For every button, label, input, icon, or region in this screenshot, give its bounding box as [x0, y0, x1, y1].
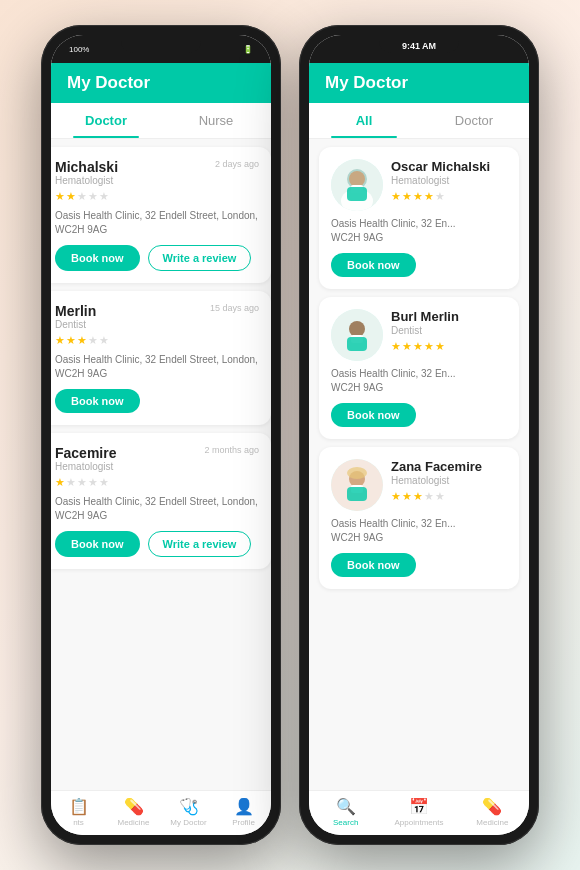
actions-merlin-left: Book now: [55, 389, 259, 413]
right-phone: 9:41 AM My Doctor All Doctor: [299, 25, 539, 845]
star-5: ★: [99, 476, 109, 489]
book-btn-merlin-right[interactable]: Book now: [331, 403, 416, 427]
doctor-name-michalski-left: Michalski: [55, 159, 118, 175]
battery-left: 100%: [69, 45, 89, 54]
nav-medicine-left[interactable]: 💊 Medicine: [106, 797, 161, 827]
tab-doctor-right[interactable]: Doctor: [419, 103, 529, 138]
header-title-right: My Doctor: [325, 73, 408, 93]
star-2: ★: [66, 190, 76, 203]
info-merlin-right: Burl Merlin Dentist ★ ★ ★ ★ ★: [391, 309, 507, 353]
nav-appointments-right[interactable]: 📅 Appointments: [382, 797, 455, 827]
book-btn-facemire-left[interactable]: Book now: [55, 531, 140, 557]
nav-search-right[interactable]: 🔍 Search: [309, 797, 382, 827]
bottom-nav-right: 🔍 Search 📅 Appointments 💊 Medicine: [309, 790, 529, 835]
profile-icon-left: 👤: [234, 797, 254, 816]
medicine-icon-right: 💊: [482, 797, 502, 816]
doctor-specialty-facemire-left: Hematologist: [55, 461, 116, 472]
tabs-right: All Doctor: [309, 103, 529, 139]
avatar-michalski-right: [331, 159, 383, 211]
star-5: ★: [99, 190, 109, 203]
timestamp-facemire-left: 2 months ago: [204, 445, 259, 455]
nav-label-mydoctor-left: My Doctor: [170, 818, 206, 827]
address-facemire-left: Oasis Health Clinic, 32 Endell Street, L…: [55, 495, 259, 523]
header-left: My Doctor: [51, 63, 271, 103]
tab-nurse-left[interactable]: Nurse: [161, 103, 271, 138]
address-facemire-right: Oasis Health Clinic, 32 En...WC2H 9AG: [331, 517, 507, 545]
star-1: ★: [55, 476, 65, 489]
svg-rect-9: [347, 337, 367, 351]
stars-facemire-right: ★ ★ ★ ★ ★: [391, 490, 507, 503]
star-4: ★: [88, 334, 98, 347]
review-btn-facemire-left[interactable]: Write a review: [148, 531, 252, 557]
doctor-card-merlin-left: Merlin Dentist 15 days ago ★ ★ ★ ★ ★ Oas…: [51, 291, 271, 425]
doctor-specialty-michalski-left: Hematologist: [55, 175, 118, 186]
doctor-list-left: Michalski Hematologist 2 days ago ★ ★ ★ …: [51, 139, 271, 790]
book-btn-michalski-left[interactable]: Book now: [55, 245, 140, 271]
doctor-card-facemire-right: Zana Facemire Hematologist ★ ★ ★ ★ ★ Oas…: [319, 447, 519, 589]
svg-point-7: [349, 321, 365, 337]
book-btn-michalski-right[interactable]: Book now: [331, 253, 416, 277]
name-facemire-right: Zana Facemire: [391, 459, 507, 474]
appointments-icon-right: 📅: [409, 797, 429, 816]
medicine-icon-left: 💊: [124, 797, 144, 816]
doctor-card-michalski-left: Michalski Hematologist 2 days ago ★ ★ ★ …: [51, 147, 271, 283]
actions-michalski-left: Book now Write a review: [55, 245, 259, 271]
actions-facemire-right: Book now: [331, 553, 507, 577]
nav-mydoctor-left[interactable]: 🩺 My Doctor: [161, 797, 216, 827]
svg-point-3: [349, 171, 365, 187]
nav-label-search-right: Search: [333, 818, 358, 827]
stars-facemire-left: ★ ★ ★ ★ ★: [55, 476, 259, 489]
doctor-list-right: Oscar Michalski Hematologist ★ ★ ★ ★ ★ O…: [309, 139, 529, 790]
nav-label-medicine-right: Medicine: [476, 818, 508, 827]
star-1: ★: [55, 334, 65, 347]
book-btn-facemire-right[interactable]: Book now: [331, 553, 416, 577]
star-3: ★: [77, 190, 87, 203]
svg-rect-13: [347, 487, 367, 501]
star-2: ★: [66, 476, 76, 489]
stars-michalski-right: ★ ★ ★ ★ ★: [391, 190, 507, 203]
nav-label-medicine-left: Medicine: [117, 818, 149, 827]
star-4: ★: [88, 190, 98, 203]
nav-profile-left[interactable]: 👤 Profile: [216, 797, 271, 827]
left-phone: 100% 🔋 My Doctor Doctor Nurse Michalski …: [41, 25, 281, 845]
nav-label-appointments-left: nts: [73, 818, 84, 827]
svg-point-14: [347, 467, 367, 479]
specialty-michalski-right: Hematologist: [391, 175, 507, 186]
star-3: ★: [77, 334, 87, 347]
appointments-icon-left: 📋: [69, 797, 89, 816]
nav-label-appointments-right: Appointments: [395, 818, 444, 827]
star-4: ★: [88, 476, 98, 489]
stars-michalski-left: ★ ★ ★ ★ ★: [55, 190, 259, 203]
avatar-merlin-right: [331, 309, 383, 361]
specialty-merlin-right: Dentist: [391, 325, 507, 336]
actions-michalski-right: Book now: [331, 253, 507, 277]
tab-all-right[interactable]: All: [309, 103, 419, 138]
name-merlin-right: Burl Merlin: [391, 309, 507, 324]
nav-medicine-right[interactable]: 💊 Medicine: [456, 797, 529, 827]
tab-doctor-left[interactable]: Doctor: [51, 103, 161, 138]
timestamp-michalski-left: 2 days ago: [215, 159, 259, 169]
avatar-facemire-right: [331, 459, 383, 511]
doctor-specialty-merlin-left: Dentist: [55, 319, 96, 330]
svg-rect-5: [347, 187, 367, 201]
specialty-facemire-right: Hematologist: [391, 475, 507, 486]
doctor-name-facemire-left: Facemire: [55, 445, 116, 461]
doctor-card-merlin-right: Burl Merlin Dentist ★ ★ ★ ★ ★ Oasis Heal…: [319, 297, 519, 439]
timestamp-merlin-left: 15 days ago: [210, 303, 259, 313]
address-michalski-right: Oasis Health Clinic, 32 En...WC2H 9AG: [331, 217, 507, 245]
book-btn-merlin-left[interactable]: Book now: [55, 389, 140, 413]
doctor-card-michalski-right: Oscar Michalski Hematologist ★ ★ ★ ★ ★ O…: [319, 147, 519, 289]
review-btn-michalski-left[interactable]: Write a review: [148, 245, 252, 271]
address-merlin-left: Oasis Health Clinic, 32 Endell Street, L…: [55, 353, 259, 381]
header-right: My Doctor: [309, 63, 529, 103]
bottom-nav-left: 📋 nts 💊 Medicine 🩺 My Doctor 👤 Profile: [51, 790, 271, 835]
nav-label-profile-left: Profile: [232, 818, 255, 827]
doctor-card-facemire-left: Facemire Hematologist 2 months ago ★ ★ ★…: [51, 433, 271, 569]
time-right: 9:41 AM: [402, 41, 436, 51]
search-icon-right: 🔍: [336, 797, 356, 816]
info-facemire-right: Zana Facemire Hematologist ★ ★ ★ ★ ★: [391, 459, 507, 503]
name-michalski-right: Oscar Michalski: [391, 159, 507, 174]
nav-appointments-left[interactable]: 📋 nts: [51, 797, 106, 827]
status-bar-right: 9:41 AM: [309, 35, 529, 63]
info-michalski-right: Oscar Michalski Hematologist ★ ★ ★ ★ ★: [391, 159, 507, 203]
